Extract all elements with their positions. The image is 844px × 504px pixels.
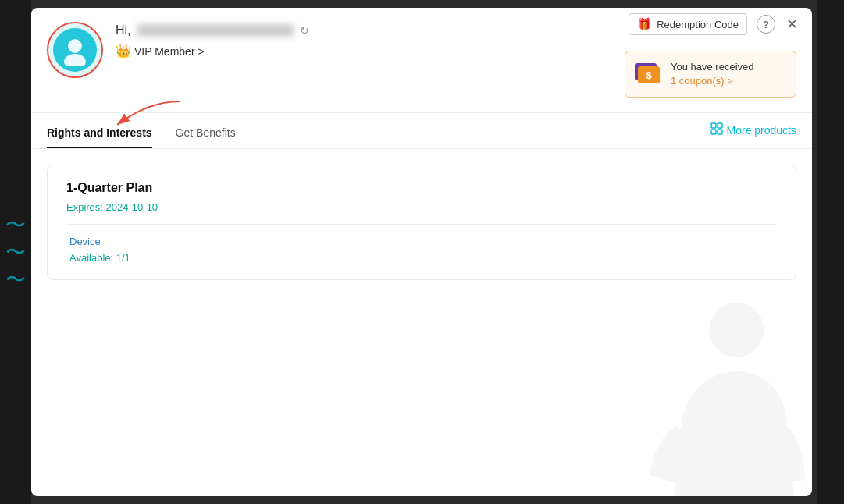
hi-label: Hi,	[116, 23, 131, 37]
available-prefix: Available:	[69, 252, 113, 264]
coupon-card[interactable]: $ You have received 1 coupon(s) >	[625, 51, 796, 98]
vip-label: VIP Member >	[134, 45, 205, 58]
plan-divider	[66, 224, 777, 225]
left-panel: 〜〜〜	[0, 0, 31, 504]
svg-rect-3	[711, 123, 716, 128]
plan-card: 1-Quarter Plan Expires: 2024-10-10 Devic…	[47, 165, 796, 280]
available-value: 1/1	[116, 252, 130, 264]
plan-expires: Expires: 2024-10-10	[66, 201, 777, 213]
coupon-text: You have received 1 coupon(s) >	[671, 60, 754, 88]
tab-rights-interests[interactable]: Rights and Interests	[47, 126, 152, 148]
expires-date: 2024-10-10	[106, 201, 158, 213]
refresh-icon[interactable]: ↻	[300, 24, 309, 37]
coupon-bg2: $	[638, 66, 660, 83]
dollar-icon: $	[646, 69, 651, 81]
coupon-icon: $	[635, 60, 663, 88]
wave-decoration: 〜〜〜	[5, 211, 26, 293]
svg-rect-4	[718, 123, 722, 128]
svg-point-1	[64, 54, 86, 66]
plan-name: 1-Quarter Plan	[66, 181, 777, 195]
hi-text-row: Hi, ↻	[116, 23, 796, 37]
crown-icon: 👑	[116, 44, 131, 59]
svg-point-0	[68, 39, 82, 53]
right-panel	[817, 0, 844, 504]
device-section: Device Available: 1/1	[66, 236, 777, 264]
expires-prefix: Expires:	[66, 201, 103, 213]
modal-window: 🎁 Redemption Code ? ✕ Hi,	[31, 8, 812, 496]
header-section: Hi, ↻ 👑 VIP Member > $	[31, 8, 812, 113]
more-products-label: More products	[727, 124, 796, 137]
avatar-container	[47, 22, 103, 78]
tab-get-benefits[interactable]: Get Benefits	[176, 126, 236, 148]
coupon-count: 1 coupon(s) >	[671, 75, 733, 87]
svg-rect-6	[718, 130, 722, 134]
content-area: 1-Quarter Plan Expires: 2024-10-10 Devic…	[31, 149, 812, 496]
avatar-svg	[59, 34, 91, 66]
avatar-box	[47, 22, 103, 78]
more-products-button[interactable]: More products	[710, 122, 796, 138]
avatar	[53, 28, 97, 72]
device-label: Device	[69, 236, 774, 247]
svg-rect-5	[711, 130, 716, 134]
coupon-received-text: You have received	[671, 60, 754, 74]
device-available: Available: 1/1	[69, 252, 774, 264]
grid-svg	[710, 122, 723, 135]
grid-icon	[710, 122, 723, 138]
tabs-section: Rights and Interests Get Benefits More p…	[31, 113, 812, 149]
username-blurred	[137, 24, 294, 37]
